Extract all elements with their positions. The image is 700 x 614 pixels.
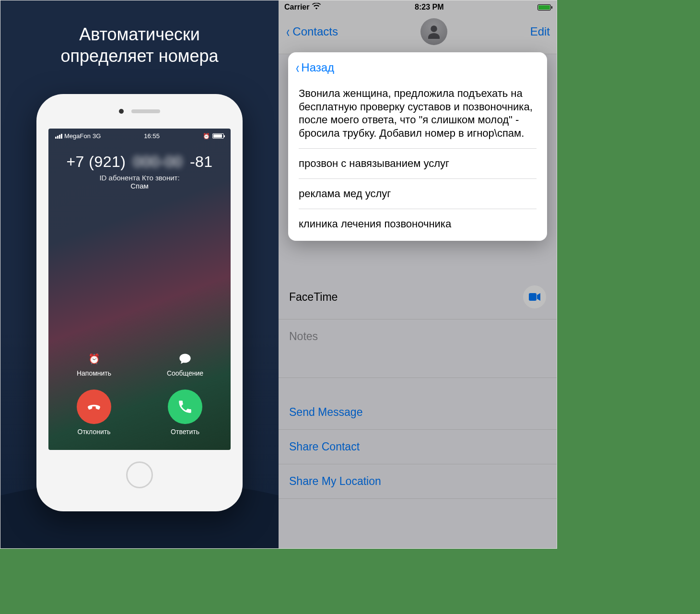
battery-icon — [537, 4, 551, 11]
incoming-call-screen: MegaFon 3G 16:55 ⏰ +7 (921) 000-00 -81 I… — [48, 129, 231, 450]
remind-label: Напомнить — [77, 369, 111, 377]
wifi-icon — [312, 3, 321, 12]
clock-icon: ⏰ — [87, 352, 101, 366]
share-location-row[interactable]: Share My Location — [279, 464, 557, 499]
ios-carrier: Carrier — [284, 3, 309, 12]
chevron-left-icon: ‹ — [286, 25, 290, 38]
ios-time: 8:23 PM — [415, 3, 443, 12]
section-spacer — [279, 378, 557, 395]
svg-rect-1 — [529, 293, 537, 301]
popup-back-label: Назад — [301, 61, 334, 74]
ios-navbar: ‹ Contacts Edit — [279, 13, 557, 54]
home-button[interactable] — [126, 461, 153, 488]
promo-panel: Автоматически определяет номера MegaFon … — [0, 0, 279, 548]
answer-button[interactable] — [168, 390, 202, 424]
report-popup: ‹ Назад Звонила женщина, предложила подъ… — [288, 52, 547, 241]
report-paragraph: Звонила женщина, предложила подъехать на… — [299, 87, 537, 140]
caller-id-tag: Спам — [48, 182, 231, 190]
notes-label: Notes — [289, 330, 318, 343]
battery-icon — [212, 133, 224, 139]
edit-button[interactable]: Edit — [530, 25, 550, 38]
report-line: реклама мед услуг — [299, 188, 537, 200]
svg-point-0 — [431, 25, 438, 32]
phone-camera-dot — [119, 109, 124, 114]
ios-contact-panel: Carrier 8:23 PM ‹ Contacts Edit FaceTime — [279, 0, 557, 548]
video-icon — [529, 293, 540, 301]
popup-separator — [299, 209, 537, 209]
call-actions: ⏰ Напомнить Сообщение Отклонить — [48, 352, 231, 436]
report-line: клиника лечения позвоночника — [299, 218, 537, 230]
phone-speaker-slot — [131, 109, 160, 113]
facetime-video-button[interactable] — [523, 285, 546, 308]
send-message-row[interactable]: Send Message — [279, 395, 557, 430]
call-carrier: MegaFon — [64, 132, 91, 140]
promo-title-line1: Автоматически — [79, 24, 200, 44]
remind-action[interactable]: ⏰ Напомнить — [77, 352, 111, 377]
share-contact-row[interactable]: Share Contact — [279, 430, 557, 464]
promo-title: Автоматически определяет номера — [0, 0, 279, 67]
facetime-row[interactable]: FaceTime — [279, 275, 557, 319]
alarm-icon: ⏰ — [203, 133, 210, 140]
signal-icon — [55, 134, 62, 139]
notes-row[interactable]: Notes — [279, 319, 557, 378]
back-label: Contacts — [292, 25, 338, 38]
number-prefix: +7 (921) — [66, 153, 126, 170]
decline-button[interactable] — [77, 390, 111, 424]
promo-title-line2: определяет номера — [60, 46, 218, 66]
popup-separator — [299, 148, 537, 149]
report-line: прозвон с навязыванием услуг — [299, 157, 537, 170]
ios-statusbar: Carrier 8:23 PM — [279, 0, 557, 13]
phone-mockup: MegaFon 3G 16:55 ⏰ +7 (921) 000-00 -81 I… — [36, 94, 243, 511]
number-suffix: -81 — [190, 153, 213, 170]
decline-action[interactable]: Отклонить — [77, 390, 111, 436]
phone-top-bezel — [36, 94, 243, 129]
message-label: Сообщение — [167, 369, 203, 377]
incoming-number: +7 (921) 000-00 -81 — [48, 153, 231, 171]
popup-back-button[interactable]: ‹ Назад — [288, 52, 547, 81]
number-obscured: 000-00 — [133, 153, 183, 171]
call-time: 16:55 — [144, 132, 160, 140]
back-button[interactable]: ‹ Contacts — [285, 25, 338, 38]
message-action[interactable]: Сообщение — [167, 352, 203, 377]
facetime-label: FaceTime — [289, 291, 338, 304]
avatar — [420, 18, 447, 45]
decline-label: Отклонить — [78, 428, 111, 436]
answer-action[interactable]: Ответить — [168, 390, 202, 436]
popup-separator — [299, 178, 537, 179]
message-icon — [178, 352, 192, 366]
answer-label: Ответить — [171, 428, 199, 436]
caller-id-caption: ID абонента Кто звонит: — [48, 174, 231, 182]
chevron-left-icon: ‹ — [296, 61, 299, 74]
call-statusbar: MegaFon 3G 16:55 ⏰ — [48, 129, 231, 142]
call-network: 3G — [93, 132, 101, 140]
